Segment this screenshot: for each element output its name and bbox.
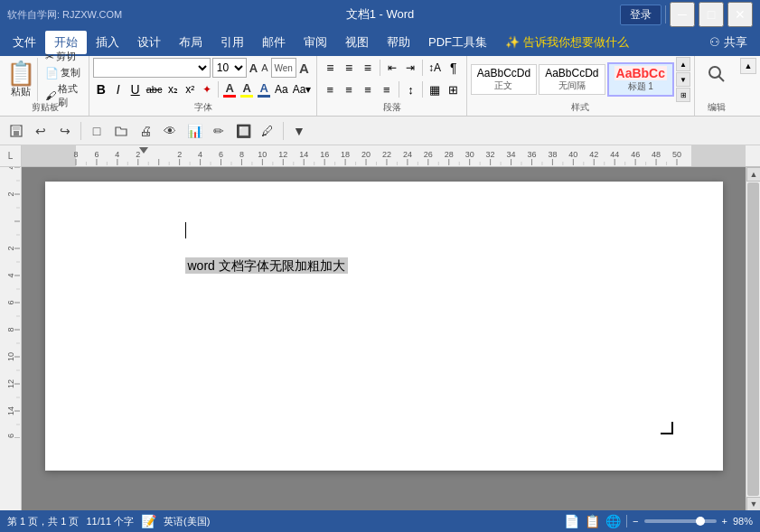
close-button[interactable]: ✕ [727,2,753,27]
svg-text:16: 16 [6,434,15,438]
qa-redo[interactable]: ↪ [54,120,76,142]
qa-check[interactable]: 📊 [183,120,205,142]
read-view-button[interactable]: 📄 [564,514,579,528]
language[interactable]: 英语(美国) [164,515,210,528]
increase-indent-button[interactable]: ⇥ [402,58,420,78]
qa-print[interactable]: 🖨 [135,120,156,142]
borders-button[interactable]: ⊞ [445,79,463,99]
menu-search[interactable]: ✨ 告诉我你想要做什么 [496,31,638,54]
clipboard-label: 剪贴板 [2,101,89,114]
justify-button[interactable]: ≡ [378,79,396,99]
editing-group: 编辑 [695,56,738,116]
multilevel-button[interactable]: ≡ [359,58,377,78]
maximize-button[interactable]: □ [699,2,724,27]
qa-new[interactable]: □ [86,120,108,142]
font-name-select[interactable] [93,58,211,78]
print-layout-button[interactable]: 📋 [585,514,600,528]
style-normal-text: AaBbCcDd [477,67,530,79]
menu-mailings[interactable]: 邮件 [253,31,295,54]
minimize-button[interactable]: ─ [670,2,695,27]
font-size-select[interactable]: 10 [212,58,247,78]
styles-scroll-up[interactable]: ▲ [676,57,690,71]
scroll-down-arrow[interactable]: ▼ [746,497,760,511]
wen-button[interactable]: Wen [271,58,296,78]
qa-print-preview[interactable]: 👁 [159,120,181,142]
align-right-button[interactable]: ≡ [359,79,377,99]
highlight-button[interactable]: A [239,79,255,99]
style-no-spacing[interactable]: AaBbCcDd 无间隔 [539,64,605,95]
vertical-scrollbar[interactable]: ▲ ▼ [746,167,760,511]
font-grow-button[interactable]: A [249,58,258,78]
bold-button[interactable]: B [93,79,109,99]
qa-undo[interactable]: ↩ [30,120,52,142]
sort-button[interactable]: ↕A [426,58,444,78]
style-normal[interactable]: AaBbCcDd 正文 [471,64,537,95]
ruler-corner[interactable]: L [0,145,22,167]
zoom-level[interactable]: 98% [733,516,753,527]
underline-button[interactable]: U [127,79,144,99]
document-area[interactable]: word 文档字体无限加粗加大 [22,167,746,511]
styles-scroll-down[interactable]: ▼ [676,72,690,87]
qa-save[interactable] [5,120,27,142]
font-color-button[interactable]: A [221,79,238,99]
svg-text:14: 14 [6,406,15,415]
text-effect-button[interactable]: A [256,79,272,99]
text-large-button[interactable]: A [298,58,310,78]
styles-more[interactable]: ⊞ [676,88,690,102]
shading-button[interactable]: ▦ [426,79,444,99]
qa-open[interactable] [110,120,132,142]
zoom-in-button[interactable]: + [722,516,727,527]
svg-text:18: 18 [341,150,350,159]
menu-design[interactable]: 设计 [128,31,170,54]
menu-file[interactable]: 文件 [4,31,45,54]
selected-text-area: word 文档字体无限加粗加大 [185,258,348,275]
scroll-up-arrow[interactable]: ▲ [746,167,760,182]
italic-button[interactable]: I [110,79,127,99]
align-center-button[interactable]: ≡ [340,79,358,99]
font-group: 字体 10 A A Wen A B I U abc x₂ [89,56,318,116]
copy-button[interactable]: 📄复制 [42,65,87,80]
login-button[interactable]: 登录 [620,5,661,25]
search-button[interactable] [702,58,731,90]
menu-layout[interactable]: 布局 [170,31,211,54]
menu-share[interactable]: ⚇ 共享 [700,31,756,54]
qa-edit[interactable]: ✏ [208,120,230,142]
cut-button[interactable]: ✂剪切 [42,49,87,64]
menu-view[interactable]: 视图 [336,31,378,54]
ribbon-collapse-button[interactable]: ▲ [740,58,756,74]
style-heading1[interactable]: AaBbCc 标题 1 [607,62,674,97]
indent-marker[interactable] [139,147,148,154]
subscript-button[interactable]: x₂ [164,79,181,99]
qa-rect[interactable]: 🔲 [232,120,254,142]
font-shrink-button[interactable]: A [260,58,268,78]
strikethrough-button[interactable]: abc [145,79,164,99]
menu-help[interactable]: 帮助 [378,31,419,54]
decrease-indent-button[interactable]: ⇤ [383,58,401,78]
show-marks-button[interactable]: ¶ [445,58,463,78]
qa-pen[interactable]: 🖊 [257,120,278,142]
menu-review[interactable]: 审阅 [295,31,336,54]
spell-check-icon[interactable]: 📝 [141,514,156,528]
font-aa-button[interactable]: Aa▾ [291,79,314,99]
clear-format-button[interactable]: ✦ [199,79,215,99]
svg-text:4: 4 [6,273,15,277]
zoom-out-button[interactable]: − [633,516,638,527]
menu-pdf[interactable]: PDF工具集 [419,31,496,54]
paste-button[interactable]: 📋 粘贴 [4,58,38,101]
menu-references[interactable]: 引用 [211,31,253,54]
svg-text:8: 8 [6,327,15,331]
svg-text:32: 32 [486,150,495,159]
document-page[interactable]: word 文档字体无限加粗加大 [45,182,723,471]
menu-insert[interactable]: 插入 [87,31,128,54]
superscript-button[interactable]: x² [182,79,198,99]
page-info: 第 1 页，共 1 页 [7,515,79,528]
qa-more[interactable]: ▼ [288,120,310,142]
line-spacing-button[interactable]: ↕ [402,79,420,99]
web-layout-button[interactable]: 🌐 [605,514,621,528]
numbering-button[interactable]: ≡ [340,58,358,78]
change-case-button[interactable]: Aa [273,79,290,99]
bullets-button[interactable]: ≡ [321,58,339,78]
align-left-button[interactable]: ≡ [321,79,339,99]
zoom-slider[interactable] [644,519,717,523]
scroll-thumb[interactable] [747,182,759,496]
